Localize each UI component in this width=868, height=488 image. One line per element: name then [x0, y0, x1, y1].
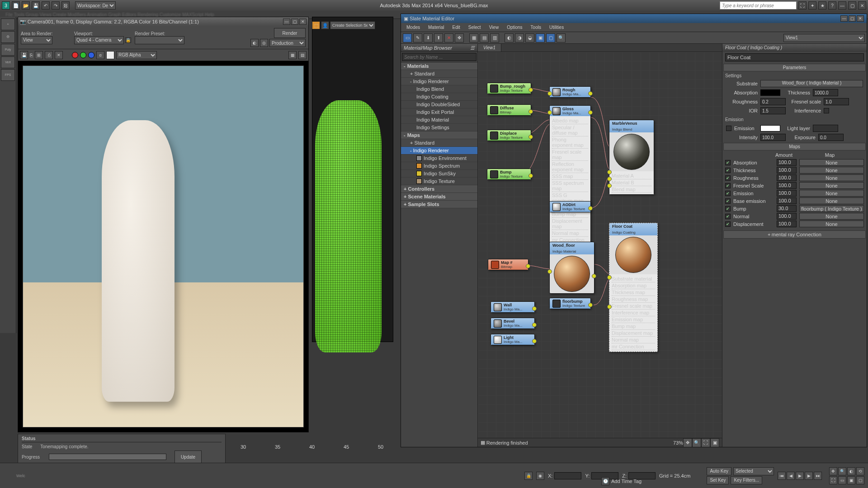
toggle-b-icon[interactable]: ▤ [298, 51, 307, 59]
interference-checkbox[interactable] [824, 108, 829, 113]
goto-end-icon[interactable]: ⏭ [814, 472, 822, 480]
next-frame-icon[interactable]: ▶ [805, 472, 813, 480]
tree-indigo-settings[interactable]: Indigo Settings [401, 124, 477, 131]
tree-sample-slots[interactable]: + Sample Slots [401, 201, 477, 208]
tree-materials[interactable]: - Materials [401, 62, 477, 70]
nav-min-icon[interactable]: ▢ [856, 476, 864, 484]
tree-controllers[interactable]: + Controllers [401, 185, 477, 193]
new-icon[interactable]: 📄 [12, 1, 20, 9]
comm-icon[interactable]: ✦ [808, 1, 816, 9]
node-floorbump[interactable]: floorbumpIndigo Texture [549, 298, 591, 309]
minimize-icon[interactable]: — [838, 1, 846, 9]
clone-icon[interactable]: ⊞ [35, 51, 43, 59]
fav-icon[interactable]: ★ [818, 1, 826, 9]
tree-maps-indigo[interactable]: - Indigo Renderer [401, 147, 477, 155]
node-floor-coat[interactable]: Floor CoatIndigo Coating Substrate mater… [609, 223, 658, 352]
substrate-button[interactable]: Wood_floor ( Indigo Material ) [760, 80, 863, 87]
app-icon[interactable]: 3 [2, 1, 10, 9]
tree-indigo-texture[interactable]: Indigo Texture [401, 178, 477, 185]
rw-minimize[interactable]: — [283, 19, 290, 25]
navigator-icon[interactable]: ▦ [481, 440, 485, 446]
isolate-icon[interactable]: ◉ [536, 472, 544, 480]
emission-checkbox[interactable] [726, 126, 731, 131]
tool-select[interactable]: ▭ [403, 33, 412, 42]
tool-nav2[interactable]: ◑ [515, 33, 524, 42]
mono-icon[interactable] [106, 51, 114, 59]
save-img-icon[interactable]: 💾 [20, 51, 28, 59]
tree-indigo-coating[interactable]: Indigo Coating [401, 93, 477, 101]
section-maps[interactable]: Maps [723, 143, 866, 150]
tool-move[interactable]: ✥ [455, 33, 464, 42]
print-icon[interactable]: ⎙ [45, 51, 53, 59]
menu-tools[interactable]: Tools [527, 24, 545, 31]
lock-selection-icon[interactable]: 🔒 [524, 472, 533, 480]
cp-modify[interactable]: ⚙ [1, 31, 15, 43]
roughness-spinner[interactable]: 0.2 [760, 98, 786, 105]
tree-indigo-env[interactable]: Indigo Environment [401, 155, 477, 162]
tool-del[interactable]: ✕ [444, 33, 453, 42]
intensity-spinner[interactable]: 100.0 [760, 134, 786, 141]
undo-icon[interactable]: ↶ [42, 1, 50, 9]
green-channel[interactable] [80, 52, 86, 58]
node-wood-floor[interactable]: Wood_floorIndigo Material [549, 242, 594, 294]
addtime-label[interactable]: Add Time Tag [611, 479, 642, 484]
node-displace[interactable]: DisplaceIndigo Texture [487, 130, 531, 141]
section-parameters[interactable]: Parameters [723, 64, 866, 71]
render-window-title[interactable]: 📷 Camera001, frame 0, Display Gamma: 2.2… [18, 17, 308, 26]
tree-indigo-spectrum[interactable]: Indigo Spectrum [401, 162, 477, 170]
nav-pan-icon[interactable]: ✥ [829, 467, 837, 475]
selection-set-select[interactable]: Create Selection Se [330, 21, 375, 29]
keyfilters-button[interactable]: Key Filters... [731, 476, 762, 484]
emission-swatch[interactable] [760, 125, 780, 131]
help-search-input[interactable] [720, 1, 797, 9]
viewport-select[interactable]: Quad 4 - Camera [74, 36, 124, 44]
tree-indigo-doublesided[interactable]: Indigo DoubleSided [401, 101, 477, 108]
zoom-tool-4[interactable]: ▣ [710, 438, 719, 447]
vp-tool-a[interactable]: ⬚ [312, 21, 320, 29]
slate-minimize[interactable]: — [840, 15, 848, 22]
save-icon[interactable]: 💾 [32, 1, 40, 9]
nav-zoomext-icon[interactable]: ⛶ [829, 476, 837, 484]
tool-pick[interactable]: ✎ [413, 33, 422, 42]
cp-vert[interactable]: Vert [1, 56, 15, 68]
browser-tree[interactable]: - Materials + Standard - Indigo Renderer… [401, 62, 477, 447]
tree-indigo-exitportal[interactable]: Indigo Exit Portal [401, 108, 477, 116]
tree-maps-standard[interactable]: + Standard [401, 139, 477, 147]
zoom-tool-2[interactable]: 🔍 [692, 438, 701, 447]
tree-maps[interactable]: - Maps [401, 131, 477, 139]
help-icon[interactable]: ⛶ [798, 1, 807, 9]
tree-indigo-material[interactable]: Indigo Material [401, 116, 477, 124]
slate-maximize[interactable]: ▢ [849, 15, 856, 22]
tool-nav1[interactable]: ◐ [505, 33, 514, 42]
menu-edit[interactable]: Edit [449, 24, 464, 31]
render-button[interactable]: Render [274, 28, 306, 38]
tool-nav3[interactable]: ◒ [525, 33, 534, 42]
clear-icon[interactable]: ✕ [55, 51, 63, 59]
menu-select[interactable]: Select [465, 24, 485, 31]
node-light[interactable]: LightIndigo Ma... [491, 334, 535, 345]
update-button[interactable]: Update [175, 450, 202, 463]
node-diffuse[interactable]: DiffuseBitmap [487, 104, 531, 116]
tool-assign[interactable]: ⬇ [424, 33, 433, 42]
menu-options[interactable]: Options [503, 24, 526, 31]
open-icon[interactable]: 📂 [22, 1, 30, 9]
fresnel-spinner[interactable]: 1.0 [824, 98, 849, 105]
keymode-select[interactable]: Selected [733, 467, 774, 475]
coord-x-input[interactable] [554, 472, 581, 479]
tool-layout3[interactable]: ▥ [490, 33, 499, 42]
slate-titlebar[interactable]: ▣ Slate Material Editor — ▢ ✕ [401, 14, 867, 23]
node-bevel[interactable]: BevelIndigo Ma... [491, 318, 535, 329]
tool-layout1[interactable]: ▦ [469, 33, 478, 42]
menu-utilities[interactable]: Utilities [546, 24, 567, 31]
blue-channel[interactable] [88, 52, 94, 58]
absorption-swatch[interactable] [760, 89, 780, 96]
tool-zoom[interactable]: 🔍 [557, 33, 566, 42]
nav-zoom-icon[interactable]: 🔍 [838, 467, 846, 475]
tool-layout2[interactable]: ▤ [480, 33, 489, 42]
redo-icon[interactable]: ↷ [52, 1, 60, 9]
timeline-ruler[interactable]: 30 35 40 45 50 [226, 442, 398, 452]
cp-poly[interactable]: Poly [1, 44, 15, 56]
node-bump[interactable]: BumpIndigo Texture [487, 169, 531, 180]
nav-region-icon[interactable]: ▭ [838, 476, 846, 484]
tree-indigo-sunsky[interactable]: Indigo SunSky [401, 170, 477, 178]
